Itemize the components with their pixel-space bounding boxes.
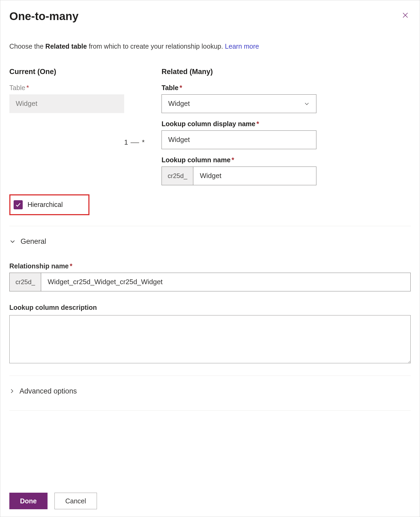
divider — [9, 226, 411, 226]
current-column: Current (One) Table* Widget — [9, 68, 124, 192]
relationship-name-input[interactable]: cr25d_ Widget_cr25d_Widget_cr25d_Widget — [9, 273, 411, 291]
intro-bold: Related table — [45, 43, 87, 50]
required-star: * — [231, 156, 234, 164]
lookup-display-label-text: Lookup column display name — [162, 120, 255, 128]
checkmark-icon — [15, 202, 21, 208]
lookup-name-prefix: cr25d_ — [162, 167, 193, 185]
current-heading: Current (One) — [9, 68, 124, 76]
connector-line-icon — [131, 142, 139, 143]
required-star: * — [26, 84, 29, 91]
related-table-value: Widget — [168, 99, 190, 108]
hierarchical-section: Hierarchical — [9, 194, 411, 215]
chevron-down-icon — [304, 101, 310, 107]
close-icon — [402, 12, 409, 19]
lookup-display-name-label: Lookup column display name* — [162, 120, 316, 128]
current-table-label-text: Table — [9, 84, 25, 91]
header: One-to-many — [9, 10, 411, 23]
intro-suffix: from which to create your relationship l… — [87, 43, 225, 50]
close-button[interactable] — [400, 10, 411, 21]
general-accordion-toggle[interactable]: General — [9, 237, 411, 246]
done-button[interactable]: Done — [9, 493, 48, 509]
lookup-column-name-label: Lookup column name* — [162, 156, 316, 164]
related-table-select[interactable]: Widget — [162, 94, 316, 113]
required-star: * — [70, 262, 72, 270]
lookup-display-name-input[interactable]: Widget — [162, 130, 316, 149]
intro-prefix: Choose the — [9, 43, 45, 50]
chevron-right-icon — [9, 388, 15, 394]
relationship-name-label: Relationship name* — [9, 262, 411, 270]
lookup-display-name-value: Widget — [168, 136, 190, 144]
chevron-down-icon — [9, 238, 16, 245]
page-title: One-to-many — [9, 10, 78, 23]
footer: Done Cancel — [9, 487, 411, 509]
learn-more-link[interactable]: Learn more — [225, 43, 259, 50]
current-table-value: Widget — [16, 99, 37, 108]
relationship-name-label-text: Relationship name — [9, 262, 69, 270]
cardinality-connector: 1 * — [124, 68, 162, 192]
hierarchical-checkbox[interactable] — [14, 200, 23, 209]
cancel-button[interactable]: Cancel — [54, 493, 97, 509]
required-star: * — [256, 120, 259, 128]
relationship-name-prefix: cr25d_ — [10, 273, 41, 291]
hierarchical-label: Hierarchical — [28, 201, 63, 209]
connector-left: 1 — [124, 138, 128, 146]
divider — [9, 410, 411, 411]
general-heading: General — [21, 237, 46, 246]
required-star: * — [179, 84, 182, 91]
one-to-many-panel: One-to-many Choose the Related table fro… — [0, 0, 420, 517]
related-table-label-text: Table — [162, 84, 178, 91]
lookup-description-label: Lookup column description — [9, 304, 411, 311]
connector-right: * — [142, 138, 144, 146]
relationship-name-value: Widget_cr25d_Widget_cr25d_Widget — [41, 273, 410, 291]
current-table-label: Table* — [9, 84, 124, 92]
lookup-column-name-input[interactable]: cr25d_ Widget — [162, 167, 316, 185]
current-table-field: Widget — [9, 94, 124, 113]
advanced-accordion-toggle[interactable]: Advanced options — [9, 387, 411, 395]
intro-text: Choose the Related table from which to c… — [9, 41, 411, 52]
related-table-label: Table* — [162, 84, 316, 92]
lookup-name-value: Widget — [193, 167, 316, 185]
relationship-columns: Current (One) Table* Widget 1 * Related … — [9, 68, 411, 192]
lookup-description-textarea[interactable] — [9, 315, 411, 363]
advanced-heading: Advanced options — [19, 387, 77, 395]
divider — [9, 376, 411, 376]
related-heading: Related (Many) — [162, 68, 316, 76]
hierarchical-highlight: Hierarchical — [9, 194, 89, 215]
lookup-name-label-text: Lookup column name — [162, 156, 230, 164]
related-column: Related (Many) Table* Widget Lookup colu… — [162, 68, 316, 192]
